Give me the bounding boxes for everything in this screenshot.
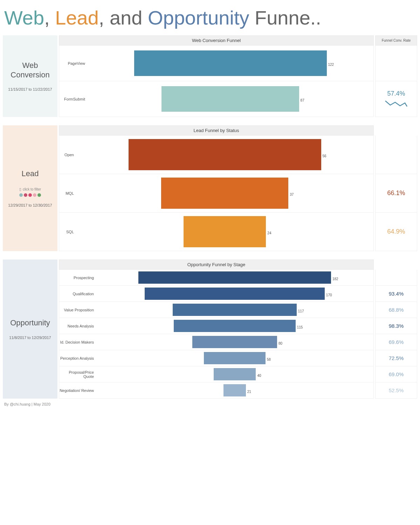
- bar-value: 170: [326, 293, 332, 297]
- bar-value: 117: [298, 309, 304, 313]
- filter-dot[interactable]: [28, 193, 32, 197]
- opp-chart: Opportunity Funnel by Stage Prospecting1…: [59, 260, 374, 399]
- bar-label: FormSubmit: [59, 97, 87, 101]
- rate-value: 64.9%: [375, 213, 417, 251]
- web-sidebar-date: 11/15/2017 to 11/22/2017: [8, 87, 52, 91]
- rate-value: 93.4%: [375, 286, 417, 302]
- web-chart-title: Web Conversion Funnel: [59, 35, 374, 46]
- lead-sidebar-title: Lead: [22, 169, 39, 178]
- bar: [161, 86, 299, 112]
- bar-value: 122: [328, 63, 334, 67]
- bar-row[interactable]: Open56: [59, 136, 374, 174]
- bar: [173, 304, 297, 316]
- bar-row[interactable]: PageView122: [59, 46, 374, 81]
- footer-credit: By @chi.huang | May 2020: [3, 401, 417, 408]
- rate-value: 52.5%: [375, 382, 417, 399]
- bar-row[interactable]: MQL37: [59, 174, 374, 213]
- bar: [204, 352, 265, 364]
- bar-row[interactable]: SQL24: [59, 213, 374, 251]
- rate-value: 57.4%: [375, 81, 417, 117]
- bar-label: Qualification: [59, 292, 96, 296]
- bar: [134, 50, 327, 76]
- bar-row[interactable]: FormSubmit87: [59, 81, 374, 117]
- bar-value: 58: [267, 358, 271, 361]
- title-opportunity: Opportunity: [148, 7, 249, 29]
- opp-chart-title: Opportunity Funnel by Stage: [59, 260, 374, 270]
- lead-chart-title: Lead Funnel by Status: [59, 125, 374, 136]
- lead-rate-col: . 66.1%64.9%: [375, 125, 417, 251]
- bar: [145, 288, 325, 300]
- rate-value: 72.5%: [375, 350, 417, 366]
- bar-value: 80: [278, 341, 282, 345]
- opp-sidebar: Opportunity 11/8/2017 to 12/29/2017: [3, 260, 57, 399]
- bar-label: SQL: [59, 230, 76, 234]
- web-chart: Web Conversion Funnel PageView122FormSub…: [59, 35, 374, 117]
- rate-value: 98.3%: [375, 318, 417, 334]
- lead-sidebar-date: 12/29/2017 to 12/30/2017: [8, 203, 52, 207]
- bar-label: Perception Analysis: [59, 356, 96, 360]
- bar-label: Negotiation/ Review: [59, 388, 96, 393]
- web-sidebar-title: Web Conversion: [5, 61, 55, 80]
- bar-value: 115: [297, 325, 303, 329]
- bar-value: 37: [290, 193, 294, 196]
- page-title: Web, Lead, and Opportunity Funne..: [3, 3, 417, 35]
- lead-panel: Lead ▯ click to filter 12/29/2017 to 12/…: [3, 125, 417, 251]
- web-panel: Web Conversion 11/15/2017 to 11/22/2017 …: [3, 35, 417, 117]
- filter-dot[interactable]: [24, 193, 27, 197]
- bar-label: Needs Analysis: [59, 324, 96, 328]
- bar-value: 56: [323, 154, 326, 158]
- rate-value: 68.8%: [375, 302, 417, 318]
- web-sidebar: Web Conversion 11/15/2017 to 11/22/2017: [3, 35, 57, 117]
- bar: [161, 178, 288, 209]
- bar-row[interactable]: Proposal/Price Quote40: [59, 366, 374, 382]
- filter-dot[interactable]: [33, 193, 36, 197]
- bar-row[interactable]: Negotiation/ Review21: [59, 382, 374, 399]
- web-rate-col: Funnel Conv. Rate 57.4%: [375, 35, 417, 117]
- bar-row[interactable]: Perception Analysis58: [59, 350, 374, 366]
- lead-chart: Lead Funnel by Status Open56MQL37SQL24: [59, 125, 374, 251]
- bar-value: 182: [332, 277, 338, 281]
- rate-value: 69.6%: [375, 334, 417, 350]
- bar-row[interactable]: Prospecting182: [59, 270, 374, 286]
- opp-rate-col: . 93.4%68.8%98.3%69.6%72.5%69.0%52.5%: [375, 260, 417, 399]
- bar-value: 24: [267, 231, 271, 235]
- sparkline-icon: [385, 99, 408, 108]
- bar-row[interactable]: Needs Analysis115: [59, 318, 374, 334]
- bar-label: Open: [59, 153, 76, 157]
- bar-value: 40: [257, 374, 261, 378]
- opp-panel: Opportunity 11/8/2017 to 12/29/2017 Oppo…: [3, 260, 417, 399]
- bar-row[interactable]: Value Proposition117: [59, 302, 374, 318]
- lead-sidebar: Lead ▯ click to filter 12/29/2017 to 12/…: [3, 125, 57, 251]
- filter-dot[interactable]: [19, 193, 23, 197]
- lead-filter-dots[interactable]: [19, 193, 41, 197]
- rate-header: Funnel Conv. Rate: [375, 35, 417, 46]
- bar: [184, 216, 266, 247]
- lead-filter-note[interactable]: ▯ click to filter: [19, 187, 41, 191]
- bar: [192, 336, 277, 348]
- bar-label: MQL: [59, 191, 76, 195]
- opp-sidebar-date: 11/8/2017 to 12/29/2017: [9, 336, 51, 340]
- title-lead: Lead: [55, 7, 99, 29]
- bar: [223, 384, 246, 396]
- bar-label: Value Proposition: [59, 308, 96, 312]
- bar-label: PageView: [59, 61, 87, 65]
- bar: [214, 368, 256, 380]
- filter-dot[interactable]: [37, 193, 41, 197]
- title-web: Web: [4, 7, 44, 29]
- bar: [174, 320, 296, 332]
- rate-value: 66.1%: [375, 174, 417, 213]
- bar-value: 87: [301, 98, 304, 102]
- opp-sidebar-title: Opportunity: [10, 318, 50, 327]
- bar: [138, 271, 331, 284]
- bar-label: Id. Decision Makers: [59, 340, 96, 344]
- filter-icon: ▯: [19, 187, 21, 191]
- bar-label: Prospecting: [59, 276, 96, 280]
- bar-value: 21: [247, 390, 251, 394]
- bar-row[interactable]: Id. Decision Makers80: [59, 334, 374, 350]
- rate-value: 69.0%: [375, 366, 417, 382]
- bar-row[interactable]: Qualification170: [59, 286, 374, 302]
- bar: [129, 139, 321, 170]
- bar-label: Proposal/Price Quote: [59, 370, 96, 379]
